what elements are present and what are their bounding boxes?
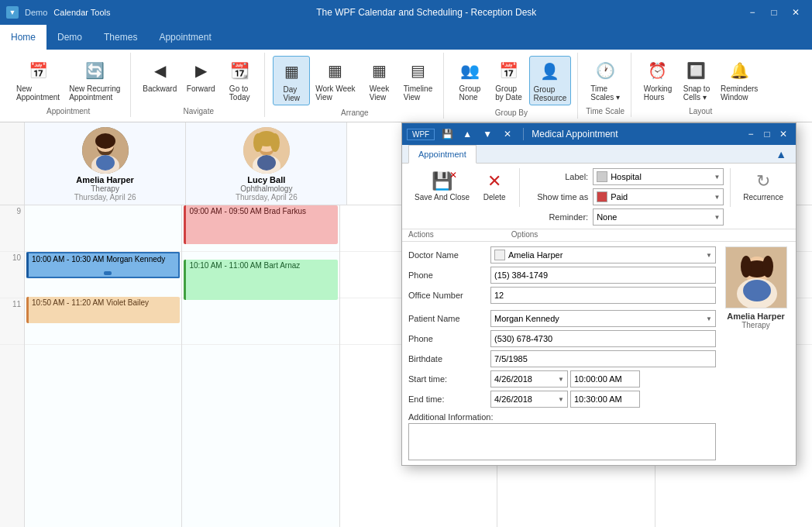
options-divider bbox=[730, 168, 731, 207]
phone-input[interactable]: (15) 384-1749 bbox=[490, 267, 716, 284]
doctor-panel-specialty: Therapy bbox=[741, 321, 770, 329]
modal-down-icon-btn[interactable]: ▼ bbox=[480, 126, 495, 142]
reminder-select[interactable]: None ▼ bbox=[593, 208, 724, 226]
svg-point-20 bbox=[762, 256, 773, 277]
patient-name-select[interactable]: Morgan Kennedy ▼ bbox=[490, 310, 716, 327]
modal-x-icon-btn[interactable]: ✕ bbox=[500, 126, 515, 142]
patient-phone-value: (530) 678-4730 bbox=[494, 334, 552, 343]
doctor-name-arrow: ▼ bbox=[706, 252, 712, 259]
recurrence-label: Recurrence bbox=[743, 193, 783, 202]
modal-minimize-btn[interactable]: − bbox=[743, 126, 759, 142]
patient-phone-label: Phone bbox=[408, 334, 486, 343]
label-value: Hospital bbox=[611, 172, 714, 181]
start-date-input[interactable]: 4/26/2018 ▼ bbox=[490, 370, 568, 388]
end-date-arrow: ▼ bbox=[558, 396, 564, 403]
end-date-value: 4/26/2018 bbox=[494, 394, 558, 404]
label-arrow: ▼ bbox=[714, 174, 720, 181]
delete-button[interactable]: ✕ Delete bbox=[476, 168, 513, 205]
start-date-value: 4/26/2018 bbox=[494, 374, 558, 384]
modal-dialog: WPF 💾 ▲ ▼ ✕ Medical Appointment − □ ✕ Ap… bbox=[401, 122, 797, 466]
end-time-row: 4/26/2018 ▼ 10:30:00 AM bbox=[490, 391, 716, 408]
modal-actions-row: 💾 ✕ Save And Close ✕ Delete Label: Hospi… bbox=[402, 164, 796, 229]
modal-collapse-btn[interactable]: ▲ bbox=[776, 148, 786, 160]
form-grid: Doctor Name Amelia Harper ▼ Phone (15) 3… bbox=[408, 246, 716, 408]
additional-info-label: Additional Information: bbox=[408, 412, 716, 422]
svg-point-17 bbox=[743, 280, 771, 301]
patient-phone-input[interactable]: (530) 678-4730 bbox=[490, 330, 716, 347]
start-time-label: Start time: bbox=[408, 374, 486, 384]
recurrence-button[interactable]: ↻ Recurrence bbox=[737, 168, 790, 205]
office-value: 12 bbox=[494, 291, 504, 300]
show-time-value: Paid bbox=[611, 192, 714, 202]
reminder-label: Reminder: bbox=[526, 212, 588, 222]
show-time-color bbox=[597, 191, 607, 202]
modal-title-left: WPF 💾 ▲ ▼ ✕ Medical Appointment bbox=[407, 126, 618, 142]
save-x-overlay: ✕ bbox=[449, 170, 457, 181]
additional-info-textarea[interactable] bbox=[408, 423, 716, 460]
modal-title-bar: WPF 💾 ▲ ▼ ✕ Medical Appointment − □ ✕ bbox=[402, 123, 796, 145]
office-label: Office Number bbox=[408, 291, 486, 300]
modal-overlay: WPF 💾 ▲ ▼ ✕ Medical Appointment − □ ✕ Ap… bbox=[0, 0, 812, 527]
end-date-input[interactable]: 4/26/2018 ▼ bbox=[490, 391, 568, 408]
doctor-panel-name: Amelia Harper bbox=[727, 312, 785, 321]
doctor-avatar-sm bbox=[494, 250, 505, 260]
office-input[interactable]: 12 bbox=[490, 287, 716, 304]
modal-form-left: Doctor Name Amelia Harper ▼ Phone (15) 3… bbox=[408, 246, 716, 460]
modal-tabs: Appointment ▲ bbox=[402, 145, 796, 164]
delete-label: Delete bbox=[483, 193, 506, 202]
label-text: Label: bbox=[526, 172, 588, 181]
recurrence-icon: ↻ bbox=[756, 171, 770, 191]
phone-label: Phone bbox=[408, 270, 486, 280]
label-color-swatch bbox=[597, 171, 607, 182]
patient-name-label: Patient Name bbox=[408, 314, 486, 323]
modal-tab-appointment[interactable]: Appointment bbox=[408, 145, 477, 164]
show-time-label: Show time as bbox=[526, 192, 588, 202]
actions-label: Actions bbox=[408, 230, 434, 239]
options-label: Options bbox=[511, 230, 538, 239]
modal-close-btn[interactable]: ✕ bbox=[776, 126, 791, 142]
end-time-label: End time: bbox=[408, 394, 486, 404]
doctor-name-select[interactable]: Amelia Harper ▼ bbox=[490, 246, 716, 264]
save-icon-container: 💾 ✕ bbox=[432, 171, 452, 191]
reminder-value: None bbox=[597, 212, 714, 222]
wpf-button[interactable]: WPF bbox=[407, 129, 435, 140]
reminder-arrow: ▼ bbox=[714, 214, 720, 221]
birthdate-value: 7/5/1985 bbox=[494, 354, 528, 363]
doctor-name-value: Amelia Harper bbox=[508, 250, 706, 260]
svg-point-19 bbox=[741, 256, 752, 277]
patient-name-arrow: ▼ bbox=[706, 315, 712, 322]
start-time-input[interactable]: 10:00:00 AM bbox=[570, 370, 640, 388]
additional-info-section: Additional Information: bbox=[408, 412, 716, 460]
modal-restore-btn[interactable]: □ bbox=[759, 126, 775, 142]
section-labels: Actions Options bbox=[402, 229, 796, 242]
end-time-input[interactable]: 10:30:00 AM bbox=[570, 391, 640, 408]
modal-up-icon-btn[interactable]: ▲ bbox=[459, 126, 475, 142]
birthdate-label: Birthdate bbox=[408, 354, 486, 363]
modal-form-section: Doctor Name Amelia Harper ▼ Phone (15) 3… bbox=[402, 242, 796, 465]
show-time-select[interactable]: Paid ▼ bbox=[593, 188, 724, 205]
save-close-button[interactable]: 💾 ✕ Save And Close bbox=[408, 168, 476, 205]
doctor-name-label: Doctor Name bbox=[408, 250, 486, 260]
modal-controls: − □ ✕ bbox=[743, 126, 791, 142]
actions-divider bbox=[519, 168, 520, 207]
doctor-photo bbox=[725, 246, 787, 308]
label-row: Label: Hospital ▼ bbox=[526, 168, 724, 185]
show-time-arrow: ▼ bbox=[714, 194, 720, 201]
start-time-value: 10:00:00 AM bbox=[574, 374, 622, 384]
start-date-arrow: ▼ bbox=[558, 376, 564, 383]
end-time-value: 10:30:00 AM bbox=[574, 394, 622, 404]
options-section: Label: Hospital ▼ Show time as Paid ▼ bbox=[526, 168, 724, 226]
start-time-row: 4/26/2018 ▼ 10:00:00 AM bbox=[490, 370, 716, 388]
delete-icon: ✕ bbox=[487, 171, 501, 191]
show-time-row: Show time as Paid ▼ bbox=[526, 188, 724, 205]
save-close-label: Save And Close bbox=[415, 193, 470, 202]
label-select[interactable]: Hospital ▼ bbox=[593, 168, 724, 185]
modal-save-icon-btn[interactable]: 💾 bbox=[439, 126, 455, 142]
modal-title-text: Medical Appointment bbox=[532, 129, 618, 140]
reminder-row: Reminder: None ▼ bbox=[526, 208, 724, 226]
patient-name-value: Morgan Kennedy bbox=[494, 314, 706, 323]
birthdate-input[interactable]: 7/5/1985 bbox=[490, 350, 716, 367]
doctor-panel: Amelia Harper Therapy bbox=[716, 246, 790, 460]
phone-value: (15) 384-1749 bbox=[494, 270, 548, 280]
